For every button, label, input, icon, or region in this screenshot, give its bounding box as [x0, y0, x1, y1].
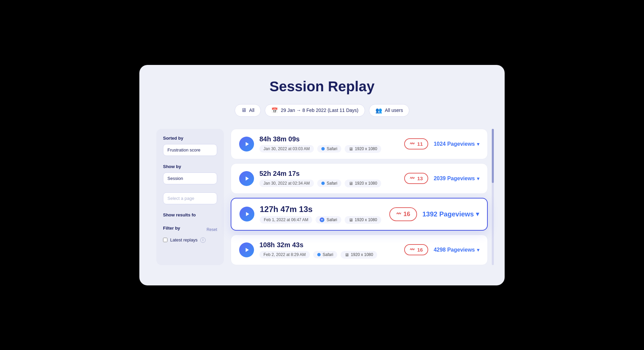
svg-marker-2: [246, 212, 249, 216]
users-filter[interactable]: 👥 All users: [369, 104, 410, 117]
page-section: Select a page: [163, 192, 217, 204]
show-by-section: Show by Session: [163, 164, 217, 184]
session-duration: 84h 38m 09s: [259, 135, 399, 143]
filter-by-label: Filter by: [163, 226, 180, 231]
svg-marker-0: [246, 142, 249, 146]
users-icon: 👥: [375, 107, 382, 114]
frustration-badge: 11: [404, 138, 428, 149]
browser-dot: [321, 182, 325, 185]
monitor-icon: 🖥: [345, 252, 349, 257]
show-results-section: Show results fo: [163, 212, 217, 217]
session-browser: Safari: [317, 145, 341, 153]
chevron-down-icon: ▾: [477, 176, 479, 181]
session-browser: ✦ Safari: [316, 216, 341, 224]
svg-marker-1: [246, 177, 249, 181]
pageviews-link[interactable]: 1024 Pageviews ▾: [434, 141, 479, 147]
page-select[interactable]: Select a page: [163, 192, 217, 204]
play-button[interactable]: [239, 137, 254, 151]
content-area: Sorted by Frustration score Show by Sess…: [156, 129, 488, 265]
date-range-label: 29 Jan → 8 Feb 2022 (Last 11 Days): [281, 108, 359, 113]
users-label: All users: [385, 108, 403, 113]
monitor-icon: 🖥: [349, 217, 353, 223]
frustration-badge: 16: [389, 207, 417, 221]
session-date: Feb 1, 2022 at 06:47 AM: [260, 216, 312, 224]
session-resolution: 🖥 1920 x 1080: [345, 180, 381, 187]
session-browser: Safari: [313, 251, 337, 258]
browser-dot: [317, 253, 321, 256]
device-label: All: [249, 108, 255, 113]
info-icon[interactable]: i: [200, 237, 206, 243]
reset-button[interactable]: Reset: [207, 227, 217, 232]
pageviews-link[interactable]: 1392 Pageviews ▾: [422, 210, 479, 218]
date-filter[interactable]: 📅 29 Jan → 8 Feb 2022 (Last 11 Days): [265, 104, 365, 117]
pageviews-link[interactable]: 2039 Pageviews ▾: [434, 176, 479, 182]
session-meta: Jan 30, 2022 at 03:03 AM Safari 🖥 1920 x…: [259, 145, 399, 153]
session-date: Feb 2, 2022 at 8:29 AM: [259, 251, 310, 258]
session-right: 16 4298 Pageviews ▾: [404, 244, 479, 255]
session-card-highlighted: 127h 47m 13s Feb 1, 2022 at 06:47 AM ✦ S…: [231, 198, 488, 231]
session-duration: 52h 24m 17s: [259, 170, 399, 178]
chevron-down-icon: ▾: [477, 247, 479, 253]
session-card: 52h 24m 17s Jan 30, 2022 at 02:34 AM Saf…: [231, 163, 488, 194]
session-info: 108h 32m 43s Feb 2, 2022 at 8:29 AM Safa…: [259, 241, 399, 259]
compass-icon: ✦: [320, 217, 324, 222]
session-card: 84h 38m 09s Jan 30, 2022 at 03:03 AM Saf…: [231, 129, 488, 159]
session-meta: Feb 1, 2022 at 06:47 AM ✦ Safari 🖥 1920 …: [260, 216, 384, 224]
chevron-down-icon: ▾: [476, 210, 479, 218]
show-by-label: Show by: [163, 164, 217, 169]
monitor-icon: 🖥: [349, 146, 353, 151]
sorted-by-value[interactable]: Frustration score: [163, 144, 217, 156]
browser-dot: [321, 147, 325, 150]
session-date: Jan 30, 2022 at 02:34 AM: [259, 180, 314, 187]
app-container: Session Replay 🖥 All 📅 29 Jan → 8 Feb 20…: [139, 65, 505, 285]
session-right: 13 2039 Pageviews ▾: [404, 173, 479, 184]
session-resolution: 🖥 1920 x 1080: [341, 251, 377, 259]
session-right: 11 1024 Pageviews ▾: [404, 138, 479, 149]
filter-by-section: Filter by Reset Latest replays i: [163, 226, 217, 243]
scrollbar-track: [492, 129, 494, 265]
sidebar: Sorted by Frustration score Show by Sess…: [156, 129, 224, 265]
monitor-icon: 🖥: [349, 181, 353, 186]
session-info: 127h 47m 13s Feb 1, 2022 at 06:47 AM ✦ S…: [260, 205, 384, 224]
svg-marker-3: [246, 248, 249, 252]
device-filter[interactable]: 🖥 All: [235, 104, 261, 117]
latest-replays-checkbox[interactable]: [163, 238, 167, 242]
sorted-by-label: Sorted by: [163, 136, 217, 141]
session-info: 84h 38m 09s Jan 30, 2022 at 03:03 AM Saf…: [259, 135, 399, 153]
session-right: 16 1392 Pageviews ▾: [389, 207, 479, 221]
scrollbar-thumb[interactable]: [492, 129, 494, 183]
play-button[interactable]: [239, 207, 254, 221]
session-duration: 108h 32m 43s: [259, 241, 399, 249]
session-card: 108h 32m 43s Feb 2, 2022 at 8:29 AM Safa…: [231, 235, 488, 265]
pageviews-link[interactable]: 4298 Pageviews ▾: [434, 247, 479, 253]
page-title: Session Replay: [156, 78, 488, 95]
session-info: 52h 24m 17s Jan 30, 2022 at 02:34 AM Saf…: [259, 170, 399, 187]
session-browser: Safari: [317, 180, 341, 187]
show-results-label: Show results fo: [163, 212, 217, 217]
session-resolution: 🖥 1920 x 1080: [345, 216, 381, 224]
monitor-icon: 🖥: [241, 107, 247, 113]
latest-replays-label: Latest replays: [170, 237, 198, 242]
play-button[interactable]: [239, 242, 254, 257]
sessions-list: 84h 38m 09s Jan 30, 2022 at 03:03 AM Saf…: [231, 129, 488, 265]
session-meta: Jan 30, 2022 at 02:34 AM Safari 🖥 1920 x…: [259, 180, 399, 187]
sorted-by-section: Sorted by Frustration score: [163, 136, 217, 156]
frustration-badge: 13: [404, 173, 428, 184]
calendar-icon: 📅: [271, 107, 278, 114]
show-by-value[interactable]: Session: [163, 172, 217, 184]
session-date: Jan 30, 2022 at 03:03 AM: [259, 145, 314, 153]
session-resolution: 🖥 1920 x 1080: [345, 145, 381, 153]
frustration-badge: 16: [404, 244, 428, 255]
play-button[interactable]: [239, 171, 254, 186]
session-meta: Feb 2, 2022 at 8:29 AM Safari 🖥 1920 x 1…: [259, 251, 399, 259]
filter-bar: 🖥 All 📅 29 Jan → 8 Feb 2022 (Last 11 Day…: [156, 104, 488, 117]
chevron-down-icon: ▾: [477, 141, 479, 147]
session-duration: 127h 47m 13s: [260, 205, 384, 214]
latest-replays-row: Latest replays i: [163, 237, 217, 243]
